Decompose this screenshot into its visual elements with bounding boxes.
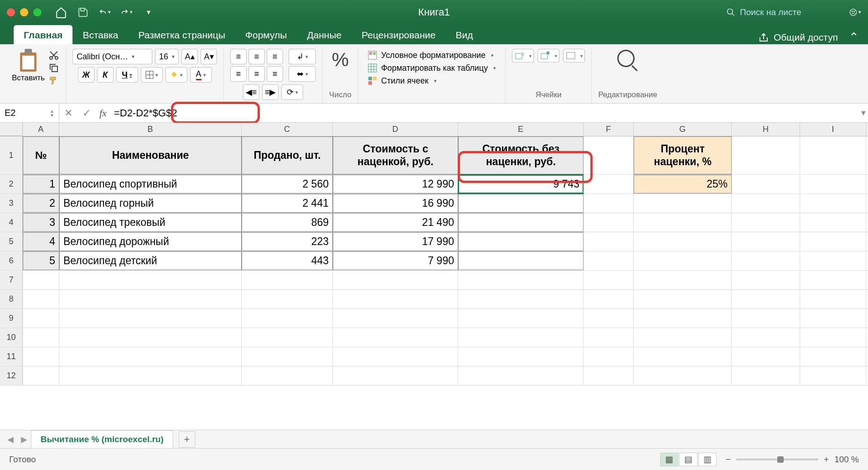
cell-number[interactable]: 5 [23, 251, 59, 270]
close-icon[interactable] [7, 8, 15, 16]
row-header[interactable]: 8 [0, 290, 23, 308]
cell-sold[interactable]: 869 [242, 213, 333, 232]
fx-icon[interactable]: fx [99, 107, 107, 119]
cell-sold[interactable]: 223 [242, 232, 333, 251]
cell[interactable] [732, 290, 800, 308]
cell[interactable] [584, 213, 634, 232]
cell-markup-pct[interactable]: 25% [634, 175, 732, 193]
cell[interactable] [458, 347, 584, 366]
select-all-corner[interactable] [0, 123, 23, 136]
align-bottom-icon[interactable]: ≡ [267, 49, 283, 64]
cell[interactable] [59, 347, 242, 366]
cell[interactable] [584, 136, 634, 174]
col-header-H[interactable]: H [732, 123, 800, 136]
view-normal-icon[interactable]: ▦ [660, 453, 678, 466]
shrink-font-icon[interactable]: A▾ [201, 49, 217, 64]
cell[interactable] [732, 213, 800, 232]
delete-cells-button[interactable] [537, 49, 559, 63]
cell[interactable] [333, 309, 458, 328]
cell[interactable] [23, 366, 59, 385]
header-price-nomarkup[interactable]: Стоимость без наценки, руб. [458, 136, 584, 174]
decrease-indent-icon[interactable]: ◀≡ [243, 84, 259, 100]
align-left-icon[interactable]: ≡ [230, 66, 247, 82]
minimize-icon[interactable] [20, 8, 28, 16]
cell[interactable] [333, 366, 458, 385]
cell[interactable] [333, 290, 458, 308]
cell[interactable] [732, 232, 800, 251]
cell[interactable] [242, 271, 333, 289]
feedback-icon[interactable]: ▾ [849, 6, 861, 18]
cell[interactable] [634, 194, 732, 213]
expand-formula-bar-icon[interactable]: ▼ [859, 109, 868, 117]
cell[interactable] [59, 328, 242, 347]
row-header[interactable]: 7 [0, 271, 23, 289]
tab-insert[interactable]: Вставка [72, 25, 128, 44]
cell-price[interactable]: 7 990 [333, 251, 458, 270]
cell[interactable] [634, 232, 732, 251]
cell[interactable] [634, 251, 732, 270]
cell[interactable] [800, 136, 866, 174]
borders-button[interactable] [141, 67, 163, 83]
cell[interactable] [242, 290, 333, 308]
col-header-I[interactable]: I [800, 123, 866, 136]
align-center-icon[interactable]: ≡ [248, 66, 265, 82]
sheet-tab[interactable]: Вычитание % (microexcel.ru) [31, 430, 173, 448]
cell[interactable] [23, 347, 59, 366]
cell-styles-button[interactable]: Стили ячеек [365, 74, 439, 87]
cell[interactable] [800, 347, 866, 366]
cell[interactable] [23, 271, 59, 289]
sheet-nav-prev[interactable]: ◀ [4, 434, 17, 444]
col-header-D[interactable]: D [333, 123, 458, 136]
cell[interactable] [732, 251, 800, 270]
redo-icon[interactable]: ▾ [121, 6, 133, 18]
cell[interactable] [584, 232, 634, 251]
cell[interactable] [333, 347, 458, 366]
orientation-button[interactable]: ⟳ [281, 84, 303, 100]
formula-input[interactable]: =D2-D2*$G$2 [110, 107, 859, 119]
save-icon[interactable] [77, 6, 89, 18]
header-number[interactable]: № [23, 136, 59, 174]
row-header[interactable]: 11 [0, 347, 23, 366]
cell-noprice[interactable] [458, 232, 584, 251]
cell[interactable] [800, 309, 866, 328]
cell-number[interactable]: 1 [23, 175, 59, 193]
wrap-text-button[interactable]: ↲ [289, 49, 316, 64]
cell[interactable] [800, 175, 866, 193]
font-size-select[interactable]: 16 [155, 49, 179, 64]
tab-data[interactable]: Данные [297, 25, 351, 44]
cell[interactable] [800, 328, 866, 347]
zoom-slider[interactable] [736, 459, 818, 460]
cell[interactable] [333, 271, 458, 289]
header-price-markup[interactable]: Стоимость с наценкой, руб. [333, 136, 458, 174]
insert-cells-button[interactable] [512, 49, 534, 63]
name-box[interactable]: E2 ▲▼ [0, 104, 59, 122]
cell[interactable] [584, 309, 634, 328]
zoom-out-button[interactable]: − [726, 454, 731, 465]
cell[interactable] [800, 290, 866, 308]
cell-name[interactable]: Велосипед дорожный [59, 232, 242, 251]
cell[interactable] [59, 366, 242, 385]
undo-icon[interactable]: ▾ [99, 6, 111, 18]
share-button[interactable]: Общий доступ [774, 32, 838, 43]
font-name-select[interactable]: Calibri (Осн… [72, 49, 152, 64]
cell[interactable] [800, 232, 866, 251]
align-middle-icon[interactable]: ≡ [248, 49, 265, 64]
cell[interactable] [800, 366, 866, 385]
cell[interactable] [458, 328, 584, 347]
cell-name[interactable]: Велосипед детский [59, 251, 242, 270]
cell-price[interactable]: 21 490 [333, 213, 458, 232]
cell-sold[interactable]: 443 [242, 251, 333, 270]
cell[interactable] [634, 213, 732, 232]
cell-noprice[interactable] [458, 213, 584, 232]
cell-noprice[interactable] [458, 194, 584, 213]
format-as-table-button[interactable]: Форматировать как таблицу [365, 62, 499, 74]
zoom-in-button[interactable]: + [824, 454, 829, 465]
search-input[interactable] [740, 7, 840, 17]
tab-review[interactable]: Рецензирование [351, 25, 445, 44]
cell-price[interactable]: 17 990 [333, 232, 458, 251]
find-icon[interactable] [616, 49, 639, 72]
cell[interactable] [59, 271, 242, 289]
col-header-B[interactable]: B [59, 123, 242, 136]
row-header[interactable]: 6 [0, 251, 23, 270]
row-header[interactable]: 10 [0, 328, 23, 347]
